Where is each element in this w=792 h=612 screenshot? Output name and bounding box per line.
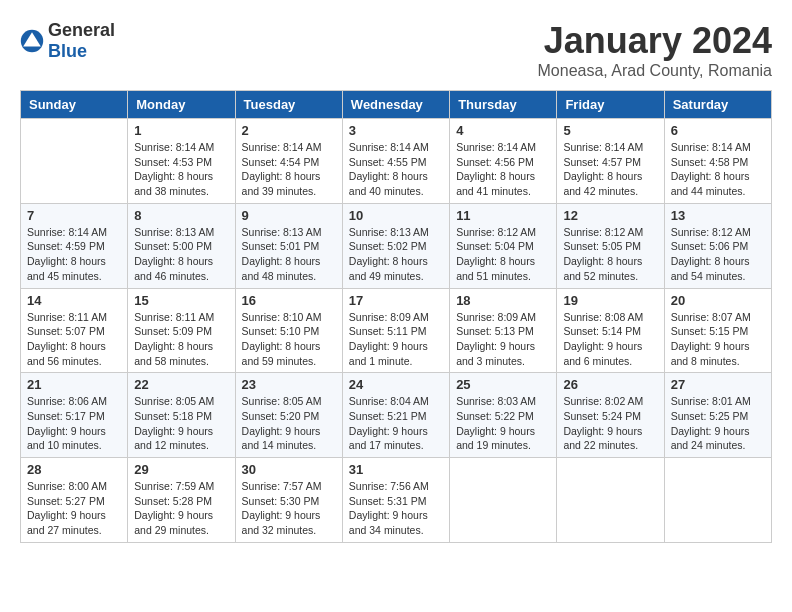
day-info: Sunrise: 8:12 AMSunset: 5:04 PMDaylight:… (456, 225, 550, 284)
header-monday: Monday (128, 91, 235, 119)
day-cell: 7 Sunrise: 8:14 AMSunset: 4:59 PMDayligh… (21, 203, 128, 288)
logo-icon (20, 29, 44, 53)
month-title: January 2024 (538, 20, 773, 62)
day-cell: 19 Sunrise: 8:08 AMSunset: 5:14 PMDaylig… (557, 288, 664, 373)
day-number: 6 (671, 123, 765, 138)
day-info: Sunrise: 8:14 AMSunset: 4:58 PMDaylight:… (671, 140, 765, 199)
day-info: Sunrise: 8:03 AMSunset: 5:22 PMDaylight:… (456, 394, 550, 453)
day-number: 26 (563, 377, 657, 392)
day-info: Sunrise: 8:05 AMSunset: 5:20 PMDaylight:… (242, 394, 336, 453)
day-number: 15 (134, 293, 228, 308)
day-number: 29 (134, 462, 228, 477)
day-cell: 29 Sunrise: 7:59 AMSunset: 5:28 PMDaylig… (128, 458, 235, 543)
day-info: Sunrise: 7:57 AMSunset: 5:30 PMDaylight:… (242, 479, 336, 538)
day-cell: 14 Sunrise: 8:11 AMSunset: 5:07 PMDaylig… (21, 288, 128, 373)
day-number: 28 (27, 462, 121, 477)
header-tuesday: Tuesday (235, 91, 342, 119)
day-number: 10 (349, 208, 443, 223)
day-number: 14 (27, 293, 121, 308)
day-info: Sunrise: 8:14 AMSunset: 4:56 PMDaylight:… (456, 140, 550, 199)
day-number: 27 (671, 377, 765, 392)
day-cell: 30 Sunrise: 7:57 AMSunset: 5:30 PMDaylig… (235, 458, 342, 543)
day-info: Sunrise: 8:11 AMSunset: 5:07 PMDaylight:… (27, 310, 121, 369)
week-row-4: 28 Sunrise: 8:00 AMSunset: 5:27 PMDaylig… (21, 458, 772, 543)
day-cell (664, 458, 771, 543)
day-info: Sunrise: 8:12 AMSunset: 5:06 PMDaylight:… (671, 225, 765, 284)
day-cell (450, 458, 557, 543)
day-info: Sunrise: 8:06 AMSunset: 5:17 PMDaylight:… (27, 394, 121, 453)
day-info: Sunrise: 8:07 AMSunset: 5:15 PMDaylight:… (671, 310, 765, 369)
day-cell: 15 Sunrise: 8:11 AMSunset: 5:09 PMDaylig… (128, 288, 235, 373)
day-cell: 28 Sunrise: 8:00 AMSunset: 5:27 PMDaylig… (21, 458, 128, 543)
day-cell: 18 Sunrise: 8:09 AMSunset: 5:13 PMDaylig… (450, 288, 557, 373)
day-cell: 12 Sunrise: 8:12 AMSunset: 5:05 PMDaylig… (557, 203, 664, 288)
day-cell: 5 Sunrise: 8:14 AMSunset: 4:57 PMDayligh… (557, 119, 664, 204)
day-cell: 1 Sunrise: 8:14 AMSunset: 4:53 PMDayligh… (128, 119, 235, 204)
day-info: Sunrise: 8:05 AMSunset: 5:18 PMDaylight:… (134, 394, 228, 453)
day-info: Sunrise: 8:14 AMSunset: 4:57 PMDaylight:… (563, 140, 657, 199)
day-info: Sunrise: 8:14 AMSunset: 4:59 PMDaylight:… (27, 225, 121, 284)
day-number: 21 (27, 377, 121, 392)
day-info: Sunrise: 8:01 AMSunset: 5:25 PMDaylight:… (671, 394, 765, 453)
day-cell: 23 Sunrise: 8:05 AMSunset: 5:20 PMDaylig… (235, 373, 342, 458)
day-number: 1 (134, 123, 228, 138)
day-cell: 25 Sunrise: 8:03 AMSunset: 5:22 PMDaylig… (450, 373, 557, 458)
day-info: Sunrise: 8:09 AMSunset: 5:11 PMDaylight:… (349, 310, 443, 369)
day-number: 13 (671, 208, 765, 223)
day-number: 7 (27, 208, 121, 223)
header-wednesday: Wednesday (342, 91, 449, 119)
day-number: 12 (563, 208, 657, 223)
day-info: Sunrise: 8:00 AMSunset: 5:27 PMDaylight:… (27, 479, 121, 538)
logo-text: General Blue (48, 20, 115, 62)
day-cell: 17 Sunrise: 8:09 AMSunset: 5:11 PMDaylig… (342, 288, 449, 373)
day-cell: 20 Sunrise: 8:07 AMSunset: 5:15 PMDaylig… (664, 288, 771, 373)
day-info: Sunrise: 7:59 AMSunset: 5:28 PMDaylight:… (134, 479, 228, 538)
day-info: Sunrise: 8:13 AMSunset: 5:00 PMDaylight:… (134, 225, 228, 284)
day-cell (557, 458, 664, 543)
day-cell: 2 Sunrise: 8:14 AMSunset: 4:54 PMDayligh… (235, 119, 342, 204)
day-info: Sunrise: 7:56 AMSunset: 5:31 PMDaylight:… (349, 479, 443, 538)
day-number: 11 (456, 208, 550, 223)
day-info: Sunrise: 8:13 AMSunset: 5:01 PMDaylight:… (242, 225, 336, 284)
week-row-1: 7 Sunrise: 8:14 AMSunset: 4:59 PMDayligh… (21, 203, 772, 288)
header-friday: Friday (557, 91, 664, 119)
day-number: 23 (242, 377, 336, 392)
calendar-table: Sunday Monday Tuesday Wednesday Thursday… (20, 90, 772, 543)
day-cell: 4 Sunrise: 8:14 AMSunset: 4:56 PMDayligh… (450, 119, 557, 204)
day-cell: 27 Sunrise: 8:01 AMSunset: 5:25 PMDaylig… (664, 373, 771, 458)
day-number: 22 (134, 377, 228, 392)
day-number: 25 (456, 377, 550, 392)
logo-blue: Blue (48, 41, 115, 62)
day-cell: 31 Sunrise: 7:56 AMSunset: 5:31 PMDaylig… (342, 458, 449, 543)
day-cell: 8 Sunrise: 8:13 AMSunset: 5:00 PMDayligh… (128, 203, 235, 288)
day-cell: 16 Sunrise: 8:10 AMSunset: 5:10 PMDaylig… (235, 288, 342, 373)
weekday-header-row: Sunday Monday Tuesday Wednesday Thursday… (21, 91, 772, 119)
day-cell: 24 Sunrise: 8:04 AMSunset: 5:21 PMDaylig… (342, 373, 449, 458)
day-info: Sunrise: 8:02 AMSunset: 5:24 PMDaylight:… (563, 394, 657, 453)
page-header: General Blue January 2024 Moneasa, Arad … (20, 20, 772, 80)
day-info: Sunrise: 8:11 AMSunset: 5:09 PMDaylight:… (134, 310, 228, 369)
day-number: 5 (563, 123, 657, 138)
day-info: Sunrise: 8:12 AMSunset: 5:05 PMDaylight:… (563, 225, 657, 284)
day-info: Sunrise: 8:14 AMSunset: 4:55 PMDaylight:… (349, 140, 443, 199)
day-number: 19 (563, 293, 657, 308)
day-cell: 21 Sunrise: 8:06 AMSunset: 5:17 PMDaylig… (21, 373, 128, 458)
day-number: 16 (242, 293, 336, 308)
day-info: Sunrise: 8:10 AMSunset: 5:10 PMDaylight:… (242, 310, 336, 369)
day-number: 3 (349, 123, 443, 138)
day-number: 4 (456, 123, 550, 138)
day-info: Sunrise: 8:04 AMSunset: 5:21 PMDaylight:… (349, 394, 443, 453)
day-info: Sunrise: 8:14 AMSunset: 4:54 PMDaylight:… (242, 140, 336, 199)
header-saturday: Saturday (664, 91, 771, 119)
day-info: Sunrise: 8:13 AMSunset: 5:02 PMDaylight:… (349, 225, 443, 284)
day-cell: 10 Sunrise: 8:13 AMSunset: 5:02 PMDaylig… (342, 203, 449, 288)
title-block: January 2024 Moneasa, Arad County, Roman… (538, 20, 773, 80)
day-number: 18 (456, 293, 550, 308)
header-thursday: Thursday (450, 91, 557, 119)
day-cell: 26 Sunrise: 8:02 AMSunset: 5:24 PMDaylig… (557, 373, 664, 458)
day-cell: 13 Sunrise: 8:12 AMSunset: 5:06 PMDaylig… (664, 203, 771, 288)
location: Moneasa, Arad County, Romania (538, 62, 773, 80)
day-number: 24 (349, 377, 443, 392)
week-row-0: 1 Sunrise: 8:14 AMSunset: 4:53 PMDayligh… (21, 119, 772, 204)
day-number: 9 (242, 208, 336, 223)
